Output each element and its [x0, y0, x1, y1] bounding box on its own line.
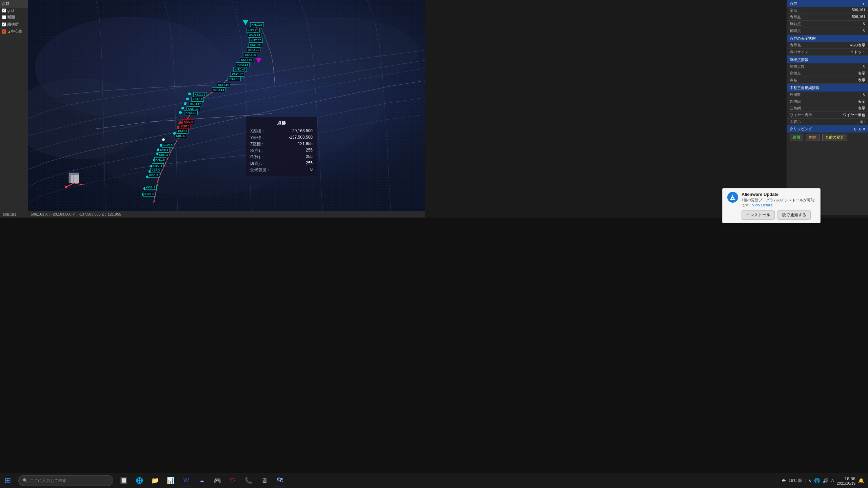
label-kno47: KNO.47	[233, 67, 247, 72]
notification-bell-icon[interactable]: 🔔	[858, 478, 864, 483]
clock-date: 2021/10/19	[837, 481, 855, 485]
label-kno24: KNO.24	[248, 33, 261, 38]
panel-item-chushinsen[interactable]: ▲ 中心線	[0, 28, 28, 35]
panel-item-danmen[interactable]: 断面	[0, 14, 28, 21]
label-keg13: KEG.13	[193, 92, 207, 97]
clipping-delete-btn[interactable]: 削除	[806, 134, 820, 141]
marker-kno12	[184, 102, 186, 105]
svg-text:A: A	[732, 196, 735, 200]
clock[interactable]: 16:36 2021/10/19	[837, 476, 855, 485]
left-panel-header[interactable]: 点群	[0, 0, 28, 7]
panel-item-juuoudan[interactable]: 縦横断	[0, 21, 28, 28]
taskbar-excel-icon[interactable]: 📊	[164, 474, 177, 487]
clipping-close-btn[interactable]: ×	[863, 127, 865, 131]
juuoudan-checkbox[interactable]	[2, 22, 6, 26]
stats-collapse-arrow[interactable]: ▼	[862, 2, 865, 6]
triangle-marker-mid	[256, 58, 261, 63]
clipping-apply-btn[interactable]: 適用	[790, 134, 803, 141]
volume-icon[interactable]: 🔊	[823, 478, 828, 483]
coords-count: 座標点数 0	[787, 63, 868, 70]
weather-icon: 🌧	[781, 478, 786, 483]
network-icon: 🌐	[814, 478, 820, 483]
taskbar-right: 🌧 16℃ 雨 | ∧ 🌐 🔊 A 16:36 2021/10/19 🔔	[781, 476, 868, 485]
clipping-rename-btn[interactable]: 名前の変更	[822, 134, 847, 141]
clipping-controls: 適用 削除 名前の変更	[787, 133, 868, 142]
notif-view-details-link[interactable]: View Details	[752, 203, 772, 207]
stat-interp-points: 補間点 0	[787, 27, 868, 34]
taskbar-edge-icon[interactable]: 🌐	[133, 474, 146, 487]
tooltip-g: G(緑)： 255	[250, 154, 313, 160]
label-kbc6: KBC.6	[175, 134, 186, 138]
mesh-triangle: 三角網 表示	[787, 105, 868, 112]
label-kno23: KNO.23	[249, 38, 263, 43]
notif-later-btn[interactable]: 後で通知する	[777, 210, 811, 220]
label-kno17: KNO.17	[231, 72, 244, 77]
tooltip-z: Z座標： 121.955	[250, 141, 313, 147]
label-ksp4: KSP.4	[159, 148, 170, 152]
label-kno16: KNO.16	[227, 77, 241, 81]
taskbar-word-icon[interactable]: W	[179, 474, 193, 487]
taskbar-app3-icon[interactable]: 🛡	[226, 474, 240, 487]
label-kbc4: KBC.4	[158, 152, 169, 157]
mesh-outer-line: 外周線 表示	[787, 98, 868, 105]
tooltip-y: Y座標： -137,503.500	[250, 135, 313, 141]
label-kno18: KNO.18	[236, 62, 250, 67]
label-kno9: KNO.9	[182, 119, 194, 124]
chushinsen-checkbox[interactable]	[2, 29, 6, 34]
status-points: 506,161	[3, 212, 16, 217]
clipping-header: クリッピング 0 X ×	[787, 125, 868, 133]
display-color: 表示色 RGB表示	[787, 42, 868, 49]
triangle-marker-top	[243, 20, 248, 25]
clipping-x-value: 0	[854, 127, 856, 131]
stat-visible-points: 表示点 506,161	[787, 14, 868, 21]
pointcloud-canvas[interactable]: X Y Z KNO.26 KNO.25 K	[28, 0, 425, 215]
label-kno45: KNO.45	[217, 83, 230, 87]
taskbar-chevron-icon[interactable]: ∧	[808, 478, 811, 483]
tooltip-x: X座標： -20,163.500	[250, 128, 313, 135]
notification-popup: A Alienware Update 1個の更新プログラムのインストールが可能で…	[722, 188, 821, 223]
taskbar-explorer-icon[interactable]: 📁	[148, 474, 162, 487]
taskbar-app5-icon[interactable]: 🖥	[257, 474, 271, 487]
left-panel: 点群 grid 断面 縦横断 ▲ 中心線	[0, 0, 28, 215]
danmen-checkbox[interactable]	[2, 15, 6, 19]
label-keg2: KEG.2	[145, 185, 157, 190]
point-labels-container	[28, 0, 425, 215]
search-icon: 🔍	[23, 478, 28, 483]
label-kbc3: KBC.3	[148, 173, 159, 178]
search-placeholder[interactable]: ここに入力して検索	[30, 478, 66, 484]
grid-checkbox[interactable]	[2, 8, 6, 13]
label-kno10: KNO.10	[184, 110, 198, 115]
stat-invalid-points: 無効点 0	[787, 21, 868, 27]
mesh-section-header[interactable]: 不整三角形網情報	[787, 84, 868, 92]
label-kno3: KNO.3	[143, 192, 155, 197]
notif-install-btn[interactable]: インストール	[742, 210, 775, 220]
coords-display: 座標点 表示	[787, 70, 868, 77]
display-size: 点のサイズ １ドット	[787, 49, 868, 56]
label-kno5c: KNO.5	[162, 143, 174, 148]
status-coords: 506,161 X：-20,163.500 Y：-137,503.500 Z：1…	[31, 212, 121, 217]
taskbar-app1-icon[interactable]: ☁	[195, 474, 209, 487]
panel-item-grid[interactable]: grid	[0, 7, 28, 14]
display-section-header[interactable]: 点群の表示状態	[787, 35, 868, 42]
task-view-button[interactable]: 🔲	[117, 474, 131, 487]
taskbar-separator: |	[805, 479, 806, 483]
start-button[interactable]: ⊞	[1, 474, 15, 487]
notif-buttons: インストール 後で通知する	[742, 210, 815, 220]
label-kno25: KNO.25	[246, 28, 260, 33]
label-kno19: KNO.19	[240, 58, 253, 62]
taskbar: ⊞ 🔍 ここに入力して検索 🔲 🌐 📁 📊 W ☁ 🎮 🛡 📞 🖥 🗺 🌧 16…	[0, 473, 868, 488]
label-kno14: KNO.14	[212, 87, 225, 92]
tooltip-b: B(青)： 255	[250, 160, 313, 167]
clock-time: 16:36	[837, 476, 855, 481]
right-panel: 点群 ▼ 全点 506,161 表示点 506,161 無効点 0 補間点 0 …	[787, 0, 868, 215]
input-icon: A	[831, 478, 834, 483]
coords-section-header[interactable]: 座標点情報	[787, 56, 868, 63]
taskbar-active-app-icon[interactable]: 🗺	[273, 474, 287, 487]
search-bar[interactable]: 🔍 ここに入力して検索	[18, 475, 113, 486]
taskbar-app4-icon[interactable]: 📞	[242, 474, 255, 487]
notif-icon: A	[727, 192, 738, 203]
marker-kno9-red	[179, 121, 182, 124]
label-kno26: KNO.26	[250, 22, 264, 27]
taskbar-app2-icon[interactable]: 🎮	[211, 474, 224, 487]
status-bar: 506,161 506,161 X：-20,163.500 Y：-137,503…	[0, 211, 425, 218]
